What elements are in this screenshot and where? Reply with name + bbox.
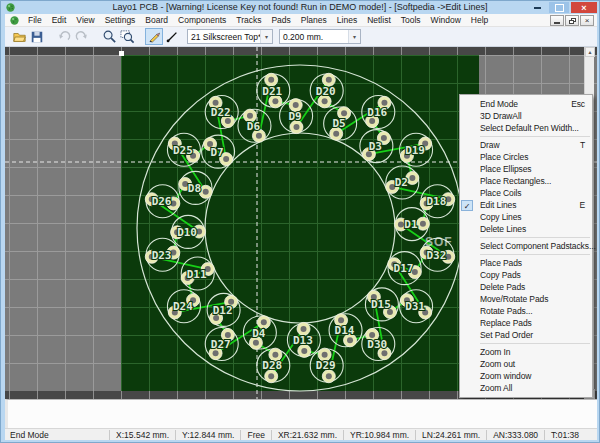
- pcb-component[interactable]: D20: [310, 73, 343, 108]
- menu-file[interactable]: File: [23, 14, 47, 27]
- context-menu-item-draw[interactable]: DrawT: [460, 139, 592, 151]
- pcb-component[interactable]: D6: [238, 109, 271, 142]
- context-menu-item-place-coils[interactable]: Place Coils: [460, 187, 592, 199]
- pcb-component[interactable]: D3: [360, 130, 393, 163]
- magnifier-window-icon: [120, 29, 135, 44]
- menu-help[interactable]: Help: [466, 14, 493, 27]
- zoom-in-button[interactable]: [100, 28, 118, 45]
- redo-icon: [75, 30, 89, 44]
- context-menu-item-place-pads[interactable]: Place Pads: [460, 257, 592, 269]
- pcb-component[interactable]: D29: [310, 348, 343, 383]
- menu-edit[interactable]: Edit: [47, 14, 72, 27]
- pcb-component[interactable]: D14: [329, 314, 362, 347]
- context-menu-item-edit-lines[interactable]: ✓Edit LinesE: [460, 199, 592, 211]
- app-window: Layo1 PCB - [Warning! License Key not fo…: [0, 0, 600, 443]
- pad-hole: [268, 77, 274, 83]
- pcb-component[interactable]: D21: [257, 73, 290, 108]
- context-menu-item-delete-pads[interactable]: Delete Pads: [460, 281, 592, 293]
- pcb-component[interactable]: D18: [420, 185, 455, 218]
- pcb-component[interactable]: D12: [207, 293, 240, 326]
- pad-hole: [341, 110, 347, 116]
- context-menu-item-replace-pads[interactable]: Replace Pads: [460, 317, 592, 329]
- pcb-component[interactable]: D16: [362, 95, 395, 128]
- chevron-down-icon[interactable]: ▾: [260, 30, 272, 43]
- pcb-component[interactable]: D31: [400, 290, 433, 323]
- title-bar[interactable]: Layo1 PCB - [Warning! License Key not fo…: [1, 1, 599, 14]
- redo-button[interactable]: [73, 28, 91, 45]
- layer-combo[interactable]: 21 Silkscreen Top* ▾: [187, 29, 273, 44]
- menu-settings[interactable]: Settings: [100, 14, 141, 27]
- context-menu-item-zoom-window[interactable]: Zoom window: [460, 370, 592, 382]
- context-menu-item-select-component-padstacks[interactable]: Select Component Padstacks...: [460, 240, 592, 252]
- menu-board[interactable]: Board: [140, 14, 173, 27]
- component-label: D30: [367, 338, 387, 351]
- context-menu-item-select-default-pen-width[interactable]: Select Default Pen Width...: [460, 122, 592, 134]
- minimize-button[interactable]: [527, 2, 547, 13]
- context-menu-item-3d-drawall[interactable]: 3D DrawAll: [460, 110, 592, 122]
- pcb-component[interactable]: D9: [280, 99, 313, 134]
- menu-tracks[interactable]: Tracks: [231, 14, 266, 27]
- menu-netlist[interactable]: Netlist: [362, 14, 396, 27]
- pad-hole: [261, 319, 267, 325]
- context-menu-item-place-ellipses[interactable]: Place Ellipses: [460, 163, 592, 175]
- menu-pads[interactable]: Pads: [266, 14, 295, 27]
- context-menu-item-delete-lines[interactable]: Delete Lines: [460, 223, 592, 235]
- save-button[interactable]: [28, 28, 46, 45]
- context-menu-item-set-pad-order[interactable]: Set Pad Order: [460, 329, 592, 341]
- mdi-restore-button[interactable]: [565, 15, 579, 26]
- pcb-component[interactable]: D2: [386, 166, 419, 199]
- menu-window[interactable]: Window: [426, 14, 466, 27]
- pcb-component[interactable]: D30: [362, 328, 395, 361]
- pcb-component[interactable]: D13: [287, 322, 320, 357]
- resize-grip[interactable]: [585, 429, 597, 441]
- chevron-down-icon[interactable]: ▾: [348, 30, 360, 43]
- menu-components[interactable]: Components: [173, 14, 231, 27]
- pcb-component[interactable]: D25: [167, 133, 200, 166]
- menu-lines[interactable]: Lines: [332, 14, 362, 27]
- context-menu-item-zoom-all[interactable]: Zoom All: [460, 382, 592, 394]
- line-tool-button[interactable]: [163, 28, 181, 45]
- maximize-button[interactable]: [549, 2, 569, 13]
- context-menu-item-rotate-pads[interactable]: Rotate Pads...: [460, 305, 592, 317]
- pencil-icon: [147, 30, 161, 44]
- component-label: D4: [252, 327, 266, 340]
- component-label: D25: [173, 144, 193, 157]
- pcb-component[interactable]: D19: [400, 133, 433, 166]
- menu-tools[interactable]: Tools: [396, 14, 426, 27]
- pcb-component[interactable]: D7: [202, 135, 235, 168]
- context-menu-item-zoom-in[interactable]: Zoom In: [460, 346, 592, 358]
- close-button[interactable]: ×: [571, 2, 597, 13]
- status-field: Free: [240, 430, 270, 440]
- pcb-canvas-area[interactable]: D21D20D16D19D18D32D31D30D29D28D27D24D23D…: [5, 47, 597, 399]
- pcb-component[interactable]: D27: [205, 328, 238, 361]
- context-menu-item-move-rotate-pads[interactable]: Move/Rotate Pads: [460, 293, 592, 305]
- pad-hole: [203, 189, 209, 195]
- pcb-component[interactable]: D22: [205, 95, 238, 128]
- draw-pencil-button[interactable]: [145, 28, 163, 45]
- menu-view[interactable]: View: [71, 14, 99, 27]
- component-label: D28: [262, 359, 282, 372]
- pcb-component[interactable]: D11: [181, 257, 214, 290]
- undo-button[interactable]: [55, 28, 73, 45]
- context-menu-item-zoom-out[interactable]: Zoom out: [460, 358, 592, 370]
- status-field: LN:24.261 mm.: [415, 430, 486, 440]
- context-menu-item-copy-lines[interactable]: Copy Lines: [460, 211, 592, 223]
- pcb-component[interactable]: D10: [171, 215, 206, 248]
- pcb-component[interactable]: D24: [167, 290, 200, 323]
- pcb-component[interactable]: D26: [145, 185, 180, 218]
- context-menu-item-place-rectangles[interactable]: Place Rectangles...: [460, 175, 592, 187]
- open-button[interactable]: [10, 28, 28, 45]
- menu-planes[interactable]: Planes: [296, 14, 332, 27]
- scroll-up-arrow-icon[interactable]: ▲: [585, 47, 595, 57]
- pcb-component[interactable]: D15: [365, 288, 398, 321]
- mdi-close-button[interactable]: ×: [580, 15, 594, 26]
- mdi-minimize-button[interactable]: [550, 15, 564, 26]
- pcb-component[interactable]: D28: [257, 348, 290, 383]
- pen-width-combo[interactable]: 0.200 mm. ▾: [279, 29, 361, 44]
- pcb-component[interactable]: D23: [145, 238, 180, 271]
- restore-icon: [569, 18, 576, 24]
- context-menu-item-place-circles[interactable]: Place Circles: [460, 151, 592, 163]
- context-menu-item-end-mode[interactable]: End ModeEsc: [460, 98, 592, 110]
- context-menu-item-copy-pads[interactable]: Copy Pads: [460, 269, 592, 281]
- zoom-window-button[interactable]: [118, 28, 136, 45]
